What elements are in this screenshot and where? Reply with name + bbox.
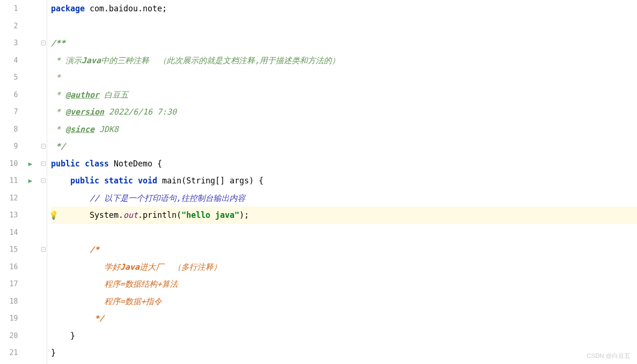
line-number: 17 xyxy=(0,280,24,288)
line-number: 20 xyxy=(0,331,24,340)
code-line: 程序=数据结构+算法 xyxy=(51,275,637,293)
code-line: /* xyxy=(51,241,637,258)
code-line: 学好Java进大厂 （多行注释） xyxy=(51,258,637,276)
line-number: 7 xyxy=(0,108,24,116)
code-line: * @author 白豆五 xyxy=(51,86,637,104)
code-line: */ xyxy=(51,138,637,155)
code-line: } xyxy=(51,344,637,362)
code-line: package com.baidou.note; xyxy=(51,0,637,17)
fold-marker-icon[interactable]: − xyxy=(41,247,46,252)
line-number: 6 xyxy=(0,91,24,99)
run-method-icon[interactable]: ▶ xyxy=(28,177,32,184)
code-line: * @since JDK8 xyxy=(51,121,637,138)
code-line: * 演示Java中的三种注释 （此次展示的就是文档注释,用于描述类和方法的） xyxy=(51,52,637,69)
fold-marker-icon[interactable]: − xyxy=(41,178,46,183)
line-number: 1 xyxy=(0,4,24,13)
intention-bulb-icon[interactable]: 💡 xyxy=(49,210,59,220)
line-number: 11 xyxy=(0,176,24,185)
line-number: 21 xyxy=(0,348,24,357)
code-line: // 以下是一个打印语句,往控制台输出内容 xyxy=(51,190,637,207)
line-number: 10 xyxy=(0,159,24,168)
editor-container: 1 2 3− 4 5 6 7 8 9− 10▶− 11▶− 12 13💡 14 … xyxy=(0,0,637,364)
line-number: 8 xyxy=(0,125,24,133)
code-line xyxy=(51,17,637,35)
code-line: System.out.println("hello java"); xyxy=(51,207,637,224)
code-line: public static void main(String[] args) { xyxy=(51,172,637,190)
code-line xyxy=(51,224,637,241)
line-number: 19 xyxy=(0,314,24,323)
code-line: } xyxy=(51,327,637,345)
gutter: 1 2 3− 4 5 6 7 8 9− 10▶− 11▶− 12 13💡 14 … xyxy=(0,0,47,364)
line-number: 18 xyxy=(0,297,24,306)
code-line: * @version 2022/6/16 7:30 xyxy=(51,103,637,121)
line-number: 5 xyxy=(0,73,24,82)
line-number: 16 xyxy=(0,263,24,271)
fold-marker-icon[interactable]: − xyxy=(41,161,46,166)
line-number: 13 xyxy=(0,211,24,219)
line-number: 12 xyxy=(0,194,24,202)
code-line: public class NoteDemo { xyxy=(51,155,637,173)
fold-marker-icon[interactable]: − xyxy=(41,144,46,149)
code-line: */ xyxy=(51,310,637,327)
line-number: 3 xyxy=(0,39,24,47)
code-area[interactable]: package com.baidou.note; /** * 演示Java中的三… xyxy=(47,0,637,364)
code-line: 程序=数据+指令 xyxy=(51,293,637,310)
watermark: CSDN @白豆五 xyxy=(587,352,630,360)
fold-marker-icon[interactable]: − xyxy=(41,41,46,45)
line-number: 4 xyxy=(0,56,24,65)
run-class-icon[interactable]: ▶ xyxy=(28,160,32,167)
line-number: 15 xyxy=(0,245,24,254)
code-line: * xyxy=(51,69,637,86)
line-number: 9 xyxy=(0,142,24,150)
code-line: /** xyxy=(51,34,637,52)
line-number: 14 xyxy=(0,228,24,237)
line-number: 2 xyxy=(0,22,24,30)
